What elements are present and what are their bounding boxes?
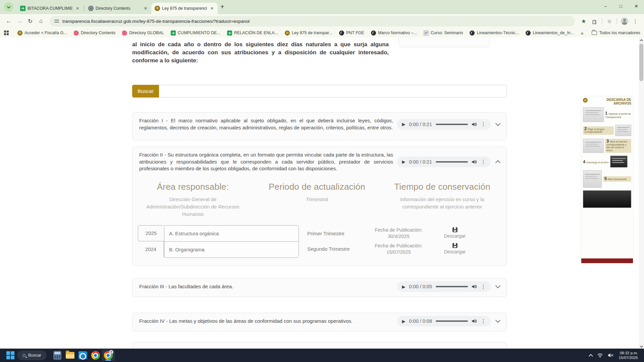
descargar-label: Descargar [441,233,468,239]
scrollbar-thumb[interactable] [639,44,643,81]
fraccion-4-card[interactable]: Fracción IV - Las metas y objetivos de l… [132,313,507,331]
bookmark-cumplimiento[interactable]: CUMPLIMIENTO DE... [171,31,220,36]
tab-bitacora[interactable]: BITACORA CUMPLIMIENTO DE ✕ [17,3,83,14]
volume-muted-icon[interactable] [608,353,614,358]
item-estructura-organica[interactable]: A. Estructura orgánica [164,226,299,242]
fraccion-1-card[interactable]: Fracción I - El marco normativo aplicabl… [132,112,507,140]
bookmark-marco-normativo[interactable]: Marco Normativo –... [371,31,417,36]
taskbar-calculator[interactable] [51,350,64,361]
wifi-icon[interactable] [597,353,603,358]
item-organigrama[interactable]: B. Organigrama [164,242,299,258]
tab-ley-875-active[interactable]: Ley 875 de transparencia fracci ✕ [151,3,218,14]
chevron-down-icon[interactable] [495,121,501,126]
scroll-up-arrow[interactable] [639,38,644,43]
save-icon[interactable] [452,227,458,232]
audio-player[interactable]: ▶ 0:00 / 0:21 ⋮ [397,157,491,167]
bookmark-label: Marco Normativo –... [378,31,417,35]
audio-player[interactable]: ▶ 0:00 / 0:21 ⋮ [397,119,491,130]
reload-icon[interactable]: ↻ [25,16,36,26]
bookmark-lineamientos-tecnic[interactable]: Lineamientos-Técnic... [470,31,519,36]
audio-seekbar[interactable] [436,320,468,322]
audio-menu-icon[interactable]: ⋮ [481,284,486,290]
tab-close-icon[interactable]: ✕ [209,5,215,11]
bookmarks-overflow-icon[interactable]: » [581,30,583,36]
bookmark-pnt-fge[interactable]: PNT FGE [339,31,364,36]
forward-icon[interactable]: → [14,16,25,26]
audio-seekbar[interactable] [436,161,468,163]
start-button[interactable] [6,351,15,360]
bookmark-curso-seminario[interactable]: Curso: Seminario [424,31,463,36]
taskbar-chrome-active[interactable] [102,350,115,361]
tab-title: Directory Contents [96,6,141,11]
fraccion-3-card[interactable]: Fracción III - Las facultades de cada ár… [132,278,507,297]
browser-menu-icon[interactable]: ⋮ [630,16,641,26]
bookmark-acceder[interactable]: Acceder < Fiscalía G... [17,31,67,36]
play-icon[interactable]: ▶ [402,159,405,164]
address-bar[interactable]: transparencia.fiscaliaveracruz.gob.mx/le… [50,16,575,26]
audio-player[interactable]: ▶ 0:00 / 0:05 ⋮ [397,281,491,292]
audio-menu-icon[interactable]: ⋮ [481,159,486,165]
new-tab-button[interactable]: + [220,3,224,11]
bookmark-relacion[interactable]: RELACIÓN DE ENLA... [227,31,278,36]
bookmark-directory-contents[interactable]: Directory Contents [74,31,116,36]
volume-icon[interactable] [472,122,477,127]
extensions-icon[interactable] [589,16,600,26]
back-icon[interactable]: ← [3,16,14,26]
audio-seekbar[interactable] [436,124,468,125]
step-thumbnail [583,139,604,153]
taskbar-outlook[interactable] [76,350,89,361]
step-number: 4 [583,159,585,164]
audio-menu-icon[interactable]: ⋮ [481,318,486,324]
page-scrollbar[interactable] [639,38,644,349]
taskbar-search[interactable]: Buscar [17,351,46,360]
apps-grid-icon[interactable] [4,31,9,35]
site-info-icon[interactable] [54,19,59,23]
audio-player[interactable]: ▶ 0:00 / 0:08 ⋮ [397,316,491,326]
hidden-icons-chevron[interactable] [589,354,593,358]
fecha-value: 15/07/2025 [369,249,428,255]
volume-icon[interactable] [472,159,477,165]
tab-close-icon[interactable]: ✕ [74,5,80,11]
audio-seekbar[interactable] [436,286,468,287]
window-maximize-button[interactable]: □ [613,0,629,12]
year-tab-2025[interactable]: 2025 [138,225,164,241]
toolbar-divider [602,18,602,24]
volume-icon[interactable] [472,318,477,324]
descargar-2-link[interactable]: Descargar [441,243,468,254]
step-thumbnail [583,107,604,122]
search-input[interactable] [159,85,507,98]
tab-close-icon[interactable]: ✕ [143,5,149,11]
chevron-down-icon[interactable] [495,318,501,323]
bookmark-directory-global[interactable]: Directory GLOBAL [122,31,164,36]
window-close-button[interactable]: ✕ [629,0,644,12]
taskbar-clock[interactable]: 08:32 p.m. 15/07/2025 [619,351,638,360]
taskbar-chrome[interactable] [89,350,102,361]
save-icon[interactable] [452,243,458,248]
window-minimize-button[interactable]: – [598,0,613,12]
search-button[interactable]: Buscar [132,85,159,98]
chevron-up-icon[interactable] [495,160,501,166]
home-icon[interactable]: ⌂ [36,16,46,26]
audio-menu-icon[interactable]: ⋮ [481,121,486,127]
tab-search-button[interactable] [4,2,13,12]
play-icon[interactable]: ▶ [402,122,405,127]
tab-directory-contents[interactable]: Directory Contents ✕ [85,3,151,14]
volume-icon[interactable] [472,284,477,289]
profile-avatar[interactable] [619,16,630,26]
scroll-down-arrow[interactable] [639,343,644,349]
descargar-1-link[interactable]: Descargar [441,227,468,239]
play-icon[interactable]: ▶ [402,284,405,289]
all-bookmarks-button[interactable]: Todos los marcadores [592,31,640,35]
fraccion-2-card[interactable]: Fracción II - Su estructura orgánica com… [132,146,507,266]
bookmark-lineamientos-de-in[interactable]: Lineamientos_de_In... [526,31,574,36]
chevron-down-icon[interactable] [495,283,501,289]
bookmark-ley-875[interactable]: Ley 875 de transpar... [285,31,332,36]
year-tab-2024[interactable]: 2024 [138,241,164,257]
taskbar-file-explorer[interactable] [64,350,76,361]
step-text: Abre la fracción correspondiente y dar c… [606,140,627,152]
sparkle-star-icon[interactable]: ☆ [604,16,615,26]
trimestre-2-label: Segundo Trimestre [307,246,364,252]
play-icon[interactable]: ▶ [402,319,405,324]
bookmark-label: Directory GLOBAL [129,31,164,35]
bookmark-star-icon[interactable]: ★ [578,16,589,26]
